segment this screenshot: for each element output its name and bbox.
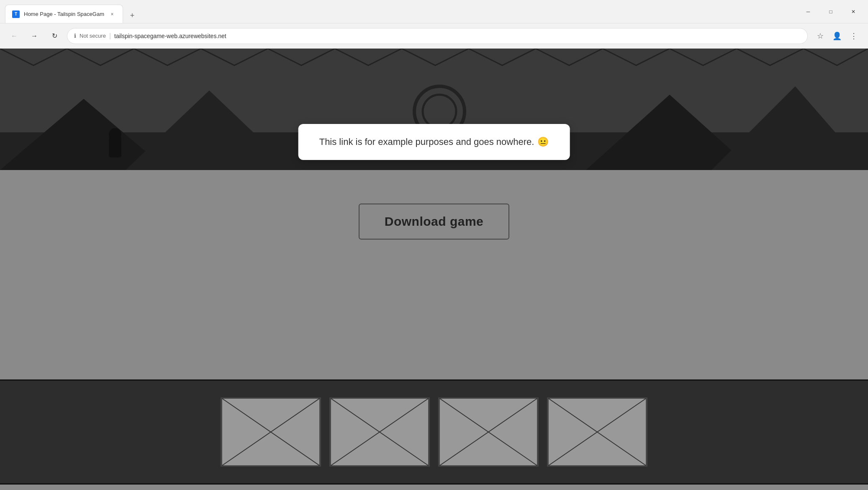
tab-strip: T Home Page - Tailspin SpaceGam × + (5, 0, 799, 23)
placeholder-image-4 (547, 397, 647, 467)
url-separator: | (109, 32, 111, 40)
profile-button[interactable]: 👤 (829, 28, 845, 44)
tooltip-popup: This link is for example purposes and go… (298, 124, 570, 160)
window-controls: ─ □ ✕ (799, 5, 863, 18)
browser-frame: T Home Page - Tailspin SpaceGam × + ─ □ … (0, 0, 868, 490)
middle-section: Download game (0, 170, 868, 379)
refresh-button[interactable]: ↻ (47, 28, 62, 44)
tooltip-emoji: 😐 (537, 137, 549, 147)
download-game-button[interactable]: Download game (359, 204, 510, 240)
maximize-button[interactable]: □ (821, 5, 840, 18)
menu-button[interactable]: ⋮ (846, 28, 861, 44)
title-bar: T Home Page - Tailspin SpaceGam × + ─ □ … (0, 0, 868, 23)
webpage: This link is for example purposes and go… (0, 49, 868, 490)
tab-close-button[interactable]: × (108, 10, 116, 18)
toolbar-actions: ☆ 👤 ⋮ (813, 28, 861, 44)
tab-favicon: T (12, 10, 20, 18)
back-button[interactable]: ← (7, 28, 22, 44)
tab-title: Home Page - Tailspin SpaceGam (24, 11, 104, 17)
forward-button[interactable]: → (27, 28, 42, 44)
address-bar: ← → ↻ ℹ Not secure | tailspin-spacegame-… (0, 23, 868, 49)
url-bar[interactable]: ℹ Not secure | tailspin-spacegame-web.az… (67, 28, 808, 44)
close-button[interactable]: ✕ (844, 5, 863, 18)
footer-section (0, 485, 868, 490)
game-art-section: This link is for example purposes and go… (0, 49, 868, 170)
active-tab[interactable]: T Home Page - Tailspin SpaceGam × (5, 5, 123, 23)
tooltip-text: This link is for example purposes and go… (319, 137, 534, 147)
bookmark-button[interactable]: ☆ (813, 28, 828, 44)
security-icon: ℹ (74, 33, 76, 39)
minimize-button[interactable]: ─ (799, 5, 818, 18)
url-text: tailspin-spacegame-web.azurewebsites.net (114, 33, 801, 39)
not-secure-label: Not secure (80, 33, 106, 39)
placeholder-image-3 (438, 397, 539, 467)
placeholder-image-2 (329, 397, 430, 467)
placeholder-image-1 (221, 397, 321, 467)
new-tab-button[interactable]: + (125, 8, 140, 23)
svg-point-7 (109, 128, 121, 141)
bottom-gallery-section (0, 379, 868, 485)
